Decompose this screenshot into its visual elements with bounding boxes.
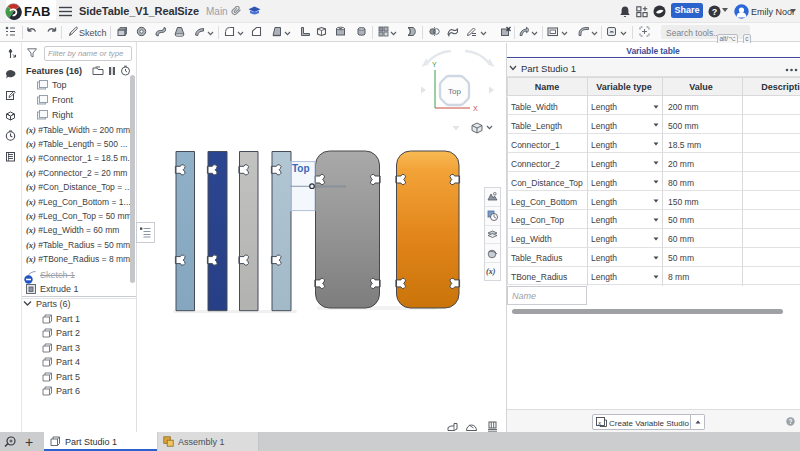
svg-text:?: ? xyxy=(712,7,718,17)
svg-text:Top: Top xyxy=(292,163,310,174)
svg-text:?: ? xyxy=(789,418,793,425)
